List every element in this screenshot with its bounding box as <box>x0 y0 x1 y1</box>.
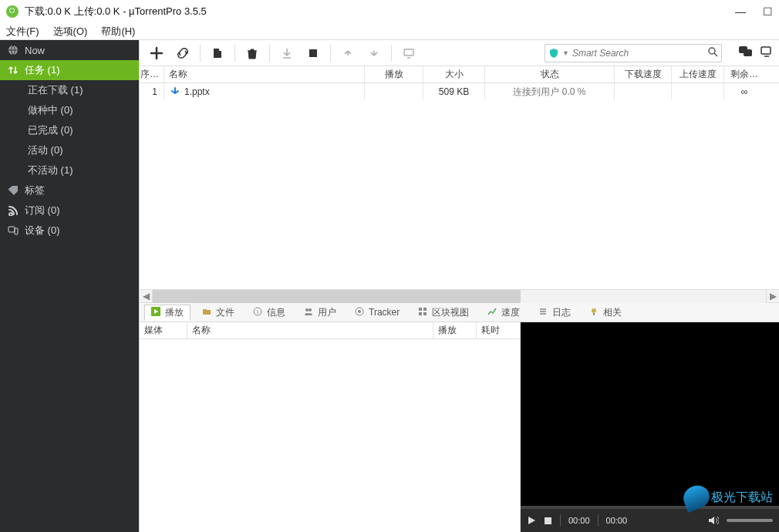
updown-icon <box>8 65 19 76</box>
move-up-button[interactable] <box>337 43 359 63</box>
player-play-button[interactable] <box>527 516 536 525</box>
play-tab-icon <box>151 307 162 318</box>
sidebar-item-seeding[interactable]: 做种中 (0) <box>0 100 139 120</box>
media-list-body <box>140 339 520 532</box>
minimize-button[interactable]: — <box>735 5 746 18</box>
col-up[interactable]: 上传速度 <box>672 66 724 82</box>
bcol-dur[interactable]: 耗时 <box>477 322 520 338</box>
dropdown-caret-icon[interactable]: ▼ <box>562 49 569 57</box>
player-viewport[interactable] <box>521 322 779 506</box>
torrent-table-header: 序… 名称 播放 大小 状态 下载速度 上传速度 剩余… <box>140 66 779 83</box>
sidebar-label: 任务 (1) <box>25 63 60 77</box>
col-size[interactable]: 大小 <box>423 66 485 82</box>
sidebar-label: Now <box>25 45 45 56</box>
col-state[interactable]: 状态 <box>485 66 615 82</box>
sidebar-item-downloading[interactable]: 正在下载 (1) <box>0 80 139 100</box>
devices-icon <box>8 225 19 236</box>
player-stop-button[interactable] <box>544 517 552 525</box>
add-url-button[interactable] <box>172 43 194 63</box>
sidebar-item-complete[interactable]: 已完成 (0) <box>0 120 139 140</box>
table-row[interactable]: 1 1.pptx 509 KB 连接到用户 0.0 % ∞ <box>140 83 779 100</box>
svg-rect-5 <box>404 49 413 56</box>
col-remain[interactable]: 剩余… <box>724 66 764 82</box>
chart-icon <box>487 307 498 318</box>
scroll-right-icon[interactable]: ▶ <box>766 290 779 303</box>
tab-log[interactable]: 日志 <box>531 305 578 321</box>
title-bar: 下载:0.0 K 上传:0.0 K - µTorrentPro 3.5.5 — … <box>0 0 779 23</box>
menu-file[interactable]: 文件(F) <box>6 25 39 39</box>
bcol-media[interactable]: 媒体 <box>140 322 187 338</box>
bulb-icon <box>589 307 600 318</box>
col-name[interactable]: 名称 <box>164 66 365 82</box>
col-play[interactable]: 播放 <box>365 66 423 82</box>
scroll-left-icon[interactable]: ◀ <box>140 290 153 303</box>
tab-tracker[interactable]: Tracker <box>348 305 406 319</box>
svg-rect-22 <box>593 313 595 315</box>
stop-button[interactable] <box>302 43 324 63</box>
media-list-header: 媒体 名称 播放 耗时 <box>140 322 520 339</box>
col-order[interactable]: 序… <box>140 66 164 82</box>
add-torrent-button[interactable] <box>146 43 167 63</box>
tab-peers[interactable]: 用户 <box>297 305 343 321</box>
move-down-button[interactable] <box>363 43 385 63</box>
player-time-total: 00:00 <box>606 516 628 525</box>
h-scrollbar[interactable]: ◀ ▶ <box>140 289 779 302</box>
col-down[interactable]: 下载速度 <box>615 66 672 82</box>
bcol-name[interactable]: 名称 <box>187 322 433 338</box>
row-remain: ∞ <box>741 86 748 97</box>
tab-info[interactable]: i 信息 <box>246 305 292 321</box>
player-time-current: 00:00 <box>568 516 590 525</box>
search-box[interactable]: ▼ <box>545 44 722 62</box>
folder-icon <box>202 307 213 318</box>
svg-rect-23 <box>545 517 551 524</box>
target-icon <box>355 307 366 318</box>
sidebar-item-tags[interactable]: 标签 <box>0 180 139 200</box>
toolbar: ▼ <box>140 40 779 66</box>
tab-files[interactable]: 文件 <box>195 305 241 321</box>
sidebar-item-tasks[interactable]: 任务 (1) <box>0 60 139 80</box>
sidebar-item-devices[interactable]: 设备 (0) <box>0 221 139 241</box>
svg-point-14 <box>309 308 312 311</box>
svg-point-21 <box>592 308 596 313</box>
search-input[interactable] <box>572 48 704 59</box>
svg-rect-4 <box>309 49 317 57</box>
rss-icon <box>8 205 19 216</box>
svg-rect-19 <box>419 312 422 315</box>
player-volume-slider[interactable] <box>727 519 773 522</box>
sidebar-item-inactive[interactable]: 不活动 (1) <box>0 160 139 180</box>
tab-speed[interactable]: 速度 <box>481 305 527 321</box>
sidebar-item-feeds[interactable]: 订阅 (0) <box>0 200 139 221</box>
tab-pieces[interactable]: 区块视图 <box>411 305 476 321</box>
row-state: 连接到用户 0.0 % <box>513 86 585 99</box>
tab-play[interactable]: 播放 <box>144 305 191 321</box>
start-button[interactable] <box>276 43 298 63</box>
sidebar-item-active[interactable]: 活动 (0) <box>0 140 139 160</box>
pieces-icon <box>418 307 429 318</box>
svg-text:i: i <box>257 308 258 315</box>
svg-rect-20 <box>423 312 427 315</box>
users-icon <box>304 307 315 318</box>
svg-rect-2 <box>15 228 18 234</box>
download-arrow-icon <box>170 87 180 96</box>
globe-icon <box>8 45 19 56</box>
search-icon[interactable] <box>707 46 718 59</box>
menu-options[interactable]: 选项(O) <box>53 25 88 39</box>
list-icon <box>538 307 549 318</box>
new-torrent-button[interactable] <box>207 43 228 63</box>
row-order: 1 <box>152 86 157 97</box>
sidebar-item-now[interactable]: Now <box>0 40 139 60</box>
scroll-thumb[interactable] <box>153 290 521 303</box>
svg-point-6 <box>709 48 715 54</box>
tab-related[interactable]: 相关 <box>582 305 629 321</box>
remote-button[interactable] <box>398 43 420 63</box>
svg-rect-1 <box>8 227 15 232</box>
menu-help[interactable]: 帮助(H) <box>101 25 135 39</box>
player-volume-button[interactable] <box>708 516 719 525</box>
chat-icon[interactable] <box>739 45 753 60</box>
svg-point-13 <box>305 308 309 311</box>
device-icon[interactable] <box>760 45 773 60</box>
media-player: 00:00 00:00 极光下载站 <box>521 322 779 532</box>
bcol-play[interactable]: 播放 <box>433 322 477 338</box>
maximize-button[interactable]: ☐ <box>763 5 773 18</box>
delete-button[interactable] <box>241 43 263 63</box>
